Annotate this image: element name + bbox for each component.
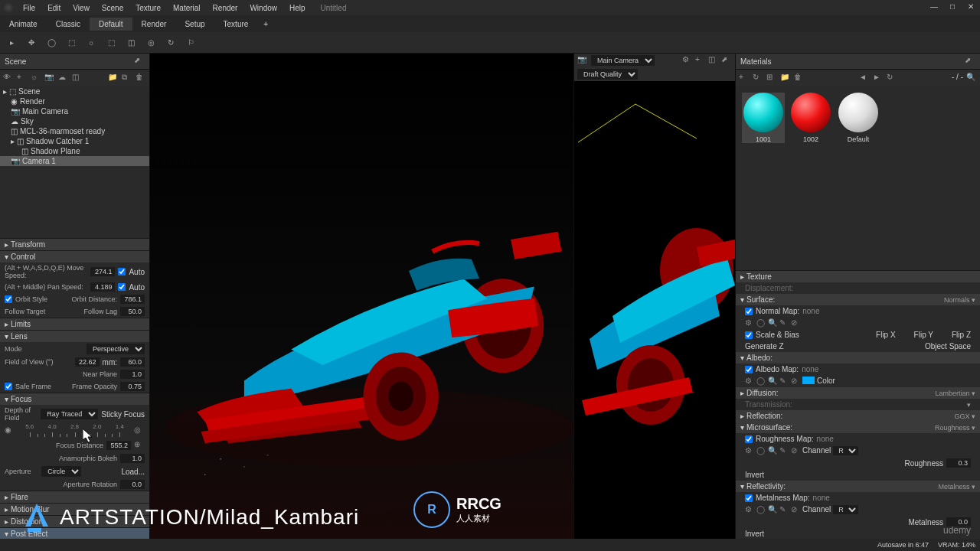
- orbit-distance-input[interactable]: 786.1: [120, 295, 145, 304]
- mat-nav-left-icon[interactable]: ◄: [859, 73, 870, 83]
- mat-surface-header[interactable]: ▾Surface: Normals ▾: [736, 294, 980, 305]
- materials-popout-icon[interactable]: ⬈: [965, 56, 975, 67]
- pan-speed-auto[interactable]: [118, 283, 126, 291]
- metalness-channel-select[interactable]: R: [833, 505, 858, 514]
- select-tool-icon[interactable]: ▸: [5, 36, 18, 50]
- focus-tool-icon[interactable]: ◎: [144, 36, 158, 50]
- tree-item-shadow-catcher[interactable]: ▸◫Shadow Catcher 1: [0, 136, 149, 146]
- nm-inspect-icon[interactable]: 🔍: [768, 318, 777, 328]
- mat-reflectivity-header[interactable]: ▾Reflectivity: Metalness ▾: [736, 481, 980, 492]
- folder-icon[interactable]: 📁: [108, 73, 119, 83]
- roughness-map-check[interactable]: [745, 435, 753, 443]
- tree-item-render[interactable]: ◉Render: [0, 96, 149, 106]
- nm-edit-icon[interactable]: ✎: [779, 318, 789, 328]
- mm-input[interactable]: 60.0: [120, 357, 145, 367]
- tree-item-main-camera[interactable]: 📷Main Camera: [0, 106, 149, 116]
- menu-scene[interactable]: Scene: [96, 4, 129, 12]
- mat-folder-icon[interactable]: 📁: [780, 73, 791, 83]
- sec-plus-icon[interactable]: +: [695, 55, 706, 66]
- focus-pick-icon[interactable]: ⊕: [134, 440, 145, 451]
- aperture-scale[interactable]: ◉ 5.6 4.0 2.8 2.0 1.4 ◎: [0, 423, 149, 439]
- prop-transform[interactable]: ▸Transform: [0, 238, 149, 250]
- mat-diffusion-header[interactable]: ▸Diffusion: Lambertian ▾: [736, 387, 980, 399]
- frame-opacity-input[interactable]: 0.75: [120, 382, 145, 391]
- nm-clear-icon[interactable]: ⊘: [791, 318, 800, 328]
- flipz-label[interactable]: Flip Z: [952, 331, 971, 339]
- lens-mode-select[interactable]: Perspective: [87, 344, 145, 354]
- me-clear-icon[interactable]: ⊘: [791, 505, 800, 514]
- eye-icon[interactable]: 👁: [3, 73, 14, 83]
- sec-gear-icon[interactable]: ⚙: [682, 55, 693, 66]
- tab-default[interactable]: Default: [90, 18, 132, 31]
- aperture-rotation-input[interactable]: 0.0: [120, 480, 145, 489]
- popout-icon[interactable]: ⬈: [134, 56, 145, 67]
- al-clear-icon[interactable]: ⊘: [791, 377, 800, 386]
- albedo-map-check[interactable]: [745, 366, 753, 373]
- al-gear-icon[interactable]: ⚙: [745, 377, 754, 386]
- crop-tool-icon[interactable]: ◫: [124, 36, 138, 50]
- move-tool-icon[interactable]: ✥: [24, 36, 38, 50]
- tab-add-icon[interactable]: +: [257, 20, 274, 28]
- mat-grid-icon[interactable]: ⊞: [766, 73, 777, 83]
- aperture-load-button[interactable]: Load...: [121, 468, 145, 476]
- me-gear-icon[interactable]: ⚙: [745, 505, 754, 514]
- menu-view[interactable]: View: [67, 4, 96, 12]
- mat-nav-right-icon[interactable]: ►: [873, 73, 884, 83]
- object-space-label[interactable]: Object Space: [925, 342, 971, 350]
- mesh-add-icon[interactable]: ◫: [72, 73, 83, 83]
- prop-lens[interactable]: ▾Lens: [0, 330, 149, 342]
- sec-camera-select[interactable]: Main Camera: [591, 55, 655, 66]
- refresh-tool-icon[interactable]: ↻: [164, 36, 178, 50]
- copy-icon[interactable]: ⧉: [122, 73, 132, 83]
- add-object-icon[interactable]: +: [17, 73, 28, 83]
- mat-albedo-header[interactable]: ▾Albedo:: [736, 352, 980, 364]
- maximize-icon[interactable]: □: [946, 0, 959, 12]
- sec-camera-icon[interactable]: 📷: [577, 55, 588, 66]
- mat-reflection-header[interactable]: ▸Reflection: GGX ▾: [736, 410, 980, 422]
- nm-circle-icon[interactable]: ◯: [756, 318, 766, 328]
- main-viewport[interactable]: 📷 Camera 1 Full Quality ⚙ + ◫ ⬈: [150, 54, 574, 551]
- focus-distance-input[interactable]: 555.2: [106, 441, 131, 450]
- ro-inspect-icon[interactable]: 🔍: [768, 446, 777, 455]
- prop-control[interactable]: ▾Control: [0, 250, 149, 262]
- mat-search[interactable]: - / -: [952, 73, 963, 83]
- material-1001[interactable]: 1001: [742, 93, 785, 143]
- follow-lag-input[interactable]: 50.0: [120, 307, 145, 316]
- anamorphic-input[interactable]: 1.0: [120, 454, 145, 463]
- move-speed-auto[interactable]: [118, 268, 126, 276]
- move-speed-input[interactable]: 274.1: [90, 267, 115, 276]
- light-add-icon[interactable]: ☼: [31, 73, 41, 83]
- sec-expand-icon[interactable]: ⬈: [721, 55, 732, 66]
- menu-help[interactable]: Help: [283, 4, 312, 12]
- close-icon[interactable]: ✕: [965, 0, 977, 12]
- ro-clear-icon[interactable]: ⊘: [791, 446, 800, 455]
- ro-gear-icon[interactable]: ⚙: [745, 446, 754, 455]
- minimize-icon[interactable]: —: [928, 0, 940, 12]
- prop-flare[interactable]: ▸Flare: [0, 491, 149, 503]
- scale-bias-check[interactable]: [745, 331, 753, 339]
- prop-focus[interactable]: ▾Focus: [0, 393, 149, 405]
- generate-z-label[interactable]: Generate Z: [745, 342, 784, 350]
- pan-speed-input[interactable]: 4.189: [90, 282, 115, 292]
- normal-map-check[interactable]: [745, 308, 753, 315]
- roughness-channel-select[interactable]: R: [833, 446, 858, 455]
- mat-reload-icon[interactable]: ↻: [887, 73, 897, 83]
- mat-texture-header[interactable]: ▸Texture: [736, 271, 980, 282]
- flag-tool-icon[interactable]: ⚐: [184, 36, 198, 50]
- al-inspect-icon[interactable]: 🔍: [768, 377, 777, 386]
- tree-item-sky[interactable]: ☁Sky: [0, 116, 149, 126]
- menu-material[interactable]: Material: [167, 4, 207, 12]
- tab-setup[interactable]: Setup: [175, 18, 214, 31]
- mat-microsurface-header[interactable]: ▾Microsurface: Roughness ▾: [736, 422, 980, 433]
- menu-file[interactable]: File: [17, 4, 41, 12]
- al-circle-icon[interactable]: ◯: [756, 377, 766, 386]
- metalness-invert-label[interactable]: Invert: [745, 530, 764, 538]
- metalness-map-check[interactable]: [745, 494, 753, 502]
- tab-render[interactable]: Render: [132, 18, 176, 31]
- tab-animate[interactable]: Animate: [0, 18, 47, 31]
- mat-add-icon[interactable]: +: [739, 73, 750, 83]
- frame-tool-icon[interactable]: ⬚: [104, 36, 118, 50]
- menu-render[interactable]: Render: [207, 4, 244, 12]
- tab-texture[interactable]: Texture: [214, 18, 258, 31]
- sky-add-icon[interactable]: ☁: [58, 73, 69, 83]
